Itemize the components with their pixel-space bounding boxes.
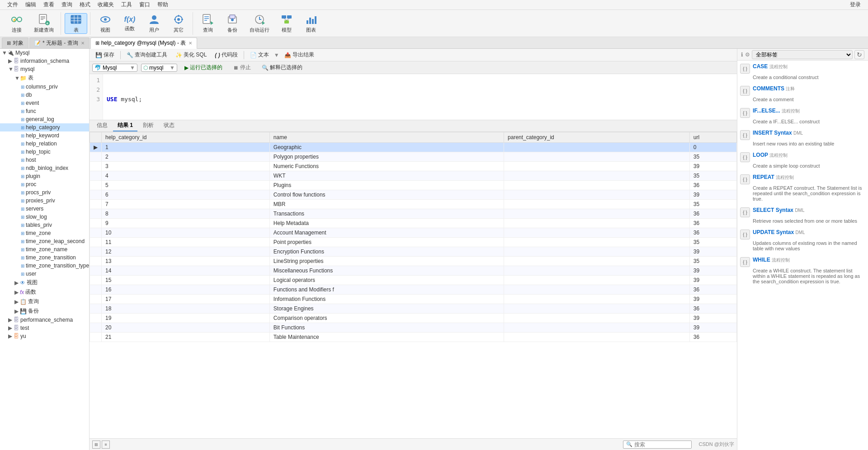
toolbar-model-button[interactable]: 模型 (275, 13, 298, 34)
toolbar-user-button[interactable]: 用户 (143, 13, 165, 34)
toolbar-chart-button[interactable]: 图表 (300, 13, 322, 34)
table-row[interactable]: 18 Storage Engines 36 (90, 304, 737, 314)
sidebar-item-host[interactable]: ⊞ host (0, 156, 89, 164)
snippet-item-if-else[interactable]: { } IF...ELSE... 流程控制 Create a IF...ELSE… (740, 108, 865, 124)
table-row[interactable]: 19 Comparison operators 39 (90, 314, 737, 323)
sidebar-item-time-zone-transition-type[interactable]: ⊞ time_zone_transition_type (0, 262, 89, 270)
menu-item-tools[interactable]: 工具 (118, 0, 136, 9)
sidebar-item-tables-priv[interactable]: ⊞ tables_priv (0, 221, 89, 229)
table-row[interactable]: 5 Plugins 36 (90, 181, 737, 190)
table-row[interactable]: 14 Miscellaneous Functions 39 (90, 266, 737, 276)
snippet-title-update-syntax[interactable]: { } UPDATE Syntax DML (740, 229, 865, 239)
table-row[interactable]: 11 Point properties 35 (90, 238, 737, 247)
table-row[interactable]: 2 Polygon properties 35 (90, 152, 737, 162)
search-input[interactable] (634, 441, 689, 448)
table-row[interactable]: 16 Functions and Modifiers f 36 (90, 285, 737, 295)
tab-help-category-close[interactable]: ✕ (189, 41, 192, 46)
sidebar-item-plugin[interactable]: ⊞ plugin (0, 172, 89, 180)
col-header-id[interactable]: help_category_id (102, 132, 270, 143)
sidebar-item-time-zone-leap[interactable]: ⊞ time_zone_leap_second (0, 237, 89, 245)
grid-icon-table[interactable]: ⊞ (92, 441, 100, 449)
sidebar-item-mysql-db[interactable]: ▼ 🗄 mysql (0, 65, 89, 73)
sidebar-item-views-group[interactable]: ▶ 👁 视图 (0, 278, 89, 287)
table-row[interactable]: ▶ 1 Geographic 0 (90, 143, 737, 152)
menu-item-file[interactable]: 文件 (4, 0, 22, 9)
sidebar-item-help-relation[interactable]: ⊞ help_relation (0, 140, 89, 148)
results-tab-result1[interactable]: 结果 1 (113, 120, 137, 131)
results-tab-info[interactable]: 信息 (92, 120, 112, 131)
toolbar-function-button[interactable]: f(x) 函数 (118, 13, 141, 34)
toolbar-table-button[interactable]: 表 (65, 13, 87, 34)
snippets-filter[interactable]: 全部标签 (752, 50, 853, 59)
login-button[interactable]: 登录 (846, 0, 864, 9)
menu-item-format[interactable]: 格式 (76, 0, 94, 9)
snippet-item-loop[interactable]: { } LOOP 流程控制 Create a simple loop const… (740, 152, 865, 169)
sidebar-item-general-log[interactable]: ⊞ general_log (0, 115, 89, 123)
results-table-wrapper[interactable]: help_category_id name parent_category_id… (90, 132, 737, 438)
menu-item-query[interactable]: 查询 (58, 0, 76, 9)
sidebar-item-help-topic[interactable]: ⊞ help_topic (0, 148, 89, 156)
code-content[interactable]: USE mysql; SELECT *from help_category; (103, 74, 737, 120)
text-button[interactable]: 📄 文本 (247, 50, 272, 60)
toolbar-autorun-button[interactable]: 自动运行 (245, 13, 274, 34)
snippet-item-comments[interactable]: { } COMMENTS 注释 Create a comment (740, 85, 865, 102)
snippet-item-select-syntax[interactable]: { } SELECT Syntax DML Retrieve rows sele… (740, 207, 865, 224)
grid-icon-list[interactable]: ≡ (102, 441, 110, 449)
menu-item-edit[interactable]: 编辑 (22, 0, 40, 9)
menu-item-favorites[interactable]: 收藏夹 (94, 0, 118, 9)
snippet-item-case[interactable]: { } CASE 流程控制 Create a conditional const… (740, 63, 865, 80)
sidebar-item-time-zone-name[interactable]: ⊞ time_zone_name (0, 245, 89, 253)
sidebar-item-time-zone[interactable]: ⊞ time_zone (0, 229, 89, 237)
run-button[interactable]: ▶ 运行已选择的 (181, 63, 226, 72)
sidebar-item-event[interactable]: ⊞ event (0, 99, 89, 107)
toolbar-connect-button[interactable]: ⚡ 连接 (5, 13, 28, 34)
sidebar-item-ndb-binlog[interactable]: ⊞ ndb_binlog_index (0, 164, 89, 172)
beautify-button[interactable]: ✨ 美化 SQL (172, 50, 210, 60)
save-button[interactable]: 💾 保存 (92, 50, 118, 60)
snippet-title-case[interactable]: { } CASE 流程控制 (740, 63, 865, 74)
tab-object[interactable]: ⊞ 对象 (2, 38, 28, 48)
code-area[interactable]: 1 2 3 USE mysql; SELECT *from help_categ… (90, 74, 737, 120)
snippet-item-update-syntax[interactable]: { } UPDATE Syntax DML Updates columns of… (740, 229, 865, 251)
toolbar-backup-button[interactable]: 备份 (221, 13, 244, 34)
menu-item-help[interactable]: 帮助 (154, 0, 172, 9)
schema-selector[interactable]: ⬡ mysql ▼ (141, 64, 177, 72)
sidebar-item-information-schema[interactable]: ▶ 🗄 information_schema (0, 57, 89, 65)
snippet-title-repeat[interactable]: { } REPEAT 流程控制 (740, 174, 865, 184)
snippet-item-repeat[interactable]: { } REPEAT 流程控制 Create a REPEAT construc… (740, 174, 865, 202)
toolbar-query-button[interactable]: 查询 (197, 13, 219, 34)
menu-item-view[interactable]: 查看 (40, 0, 58, 9)
export-button[interactable]: 📤 导出结果 (281, 50, 317, 60)
tab-no-title-close[interactable]: ✕ (81, 41, 85, 46)
sidebar-item-slow-log[interactable]: ⊞ slow_log (0, 213, 89, 221)
sidebar-item-proc[interactable]: ⊞ proc (0, 180, 89, 188)
stop-button[interactable]: ⏹ 停止 (230, 63, 255, 72)
tab-help-category[interactable]: ⊞ help_category @mysql (Mysql) - 表 ✕ (90, 38, 198, 49)
table-row[interactable]: 8 Transactions 36 (90, 209, 737, 219)
sidebar-item-proxies-priv[interactable]: ⊞ proxies_priv (0, 197, 89, 205)
explain-button[interactable]: 🔍 解释已选择的 (258, 63, 306, 72)
code-view-button[interactable]: ( ) 代码段 (212, 50, 241, 60)
col-header-parent[interactable]: parent_category_id (504, 132, 690, 143)
snippet-title-insert-syntax[interactable]: { } INSERT Syntax DML (740, 130, 865, 140)
sidebar-item-func[interactable]: ⊞ func (0, 107, 89, 115)
snippet-title-if-else[interactable]: { } IF...ELSE... 流程控制 (740, 108, 865, 118)
search-bar[interactable]: 🔍 (623, 441, 692, 449)
table-row[interactable]: 20 Bit Functions 39 (90, 323, 737, 333)
snippet-title-comments[interactable]: { } COMMENTS 注释 (740, 85, 865, 96)
toolbar-view-button[interactable]: 视图 (94, 13, 117, 34)
snippet-item-while[interactable]: { } WHILE 流程控制 Create a WHILE construct.… (740, 257, 865, 284)
table-row[interactable]: 4 WKT 35 (90, 171, 737, 181)
table-row[interactable]: 21 Table Maintenance 36 (90, 333, 737, 342)
toolbar-new-query-button[interactable]: + 新建查询 (30, 13, 58, 34)
snippet-title-while[interactable]: { } WHILE 流程控制 (740, 257, 865, 267)
sidebar-item-mysql-conn[interactable]: ▼ 🔌 Mysql (0, 49, 89, 57)
sidebar-item-time-zone-transition[interactable]: ⊞ time_zone_transition (0, 253, 89, 262)
table-row[interactable]: 15 Logical operators 39 (90, 276, 737, 285)
query-builder-button[interactable]: 🔧 查询创建工具 (123, 50, 170, 60)
snippet-title-loop[interactable]: { } LOOP 流程控制 (740, 152, 865, 162)
col-header-url[interactable]: url (689, 132, 736, 143)
tab-no-title[interactable]: 📝 * 无标题 - 查询 ✕ (29, 38, 90, 48)
table-row[interactable]: 17 Information Functions 39 (90, 295, 737, 304)
col-header-name[interactable]: name (269, 132, 504, 143)
